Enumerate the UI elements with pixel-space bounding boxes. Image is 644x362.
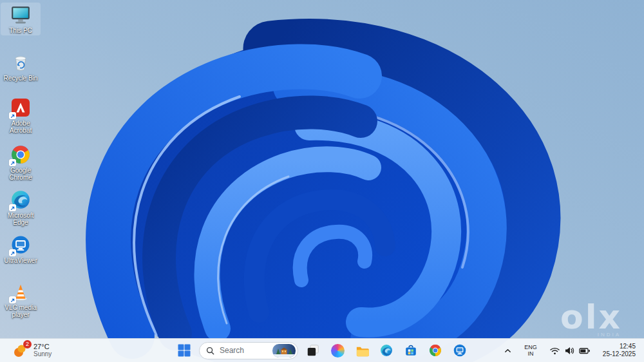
copilot-button[interactable]: [328, 341, 347, 360]
chrome-button[interactable]: [426, 341, 445, 360]
task-view-button[interactable]: [303, 341, 323, 360]
sun-icon: 2: [12, 342, 29, 359]
shortcut-arrow-icon: [9, 159, 16, 166]
start-button[interactable]: [175, 341, 194, 360]
desktop-icon-this-pc[interactable]: This PC: [1, 3, 41, 35]
edge-icon: [379, 343, 393, 357]
chrome-icon: [428, 343, 442, 357]
clock-time: 12:45: [620, 343, 636, 350]
task-view-icon: [306, 343, 320, 357]
system-tray: ENG IN: [501, 339, 638, 362]
shortcut-arrow-icon: [9, 249, 16, 256]
weather-temperature: 27°C: [33, 343, 52, 350]
edge-button[interactable]: [377, 341, 396, 360]
desktop-icon-label: This PC: [9, 27, 32, 34]
desktop-icon-label: Microsoft Edge: [1, 212, 41, 226]
volume-icon: [564, 346, 575, 356]
desktop-icon-grid: This PC Recycle Bin: [0, 0, 43, 339]
file-explorer-icon: [355, 343, 370, 358]
desktop-icon-recycle-bin[interactable]: Recycle Bin: [1, 50, 41, 83]
wallpaper-bloom-image: [0, 0, 644, 362]
tray-overflow-button[interactable]: [501, 345, 515, 357]
chevron-up-icon: [504, 347, 512, 355]
taskbar-center: [175, 339, 469, 362]
weather-condition: Sunny: [33, 350, 52, 358]
desktop-icon-label: Adobe Acrobat: [1, 120, 41, 134]
desktop-icon-label: Recycle Bin: [4, 75, 38, 82]
desktop-icon-microsoft-edge[interactable]: Microsoft Edge: [1, 187, 41, 227]
microsoft-store-button[interactable]: [401, 341, 421, 360]
chrome-icon: [10, 144, 32, 166]
search-highlight-image[interactable]: [272, 344, 296, 357]
file-explorer-button[interactable]: [352, 341, 372, 360]
wifi-icon: [549, 346, 560, 356]
desktop-icon-google-chrome[interactable]: Google Chrome: [1, 142, 41, 182]
desktop-icon-vlc[interactable]: VLC media player: [1, 280, 41, 319]
weather-widget[interactable]: 2 27°C Sunny: [8, 341, 55, 360]
desktop-icon-ultraviewer[interactable]: UltraViewer: [1, 233, 41, 265]
edge-icon: [10, 189, 32, 211]
adobe-acrobat-icon: [10, 97, 32, 119]
this-pc-icon: [10, 4, 32, 26]
desktop-icon-adobe-acrobat[interactable]: Adobe Acrobat: [1, 95, 41, 135]
microsoft-store-icon: [404, 343, 418, 357]
desktop-icon-label: UltraViewer: [4, 257, 37, 264]
shortcut-arrow-icon: [9, 112, 16, 119]
language-line1: ENG: [524, 344, 537, 350]
copilot-icon: [331, 344, 345, 357]
taskbar-search-box[interactable]: [199, 342, 298, 359]
battery-icon: [579, 346, 591, 356]
vlc-icon: [10, 281, 32, 303]
ultraviewer-icon: [453, 343, 467, 357]
search-icon: [206, 347, 214, 355]
shortcut-arrow-icon: [9, 204, 16, 211]
windows-desktop: This PC Recycle Bin: [0, 0, 644, 362]
desktop-icon-label: VLC media player: [1, 304, 41, 318]
clock-date: 25-12-2025: [603, 350, 636, 358]
search-input[interactable]: [218, 345, 269, 356]
taskbar: 2 27°C Sunny: [0, 338, 644, 362]
ultraviewer-icon: [10, 234, 32, 256]
clock-widget[interactable]: 12:45 25-12-2025: [600, 341, 638, 360]
ultraviewer-button[interactable]: [450, 341, 469, 360]
weather-alert-badge: 2: [23, 340, 32, 348]
language-line2: IN: [528, 350, 534, 357]
language-indicator[interactable]: ENG IN: [522, 342, 540, 359]
recycle-bin-icon: [10, 52, 32, 73]
windows-logo-icon: [177, 343, 191, 357]
quick-settings-button[interactable]: [547, 344, 593, 357]
desktop-icon-label: Google Chrome: [1, 167, 41, 181]
shortcut-arrow-icon: [9, 296, 16, 303]
